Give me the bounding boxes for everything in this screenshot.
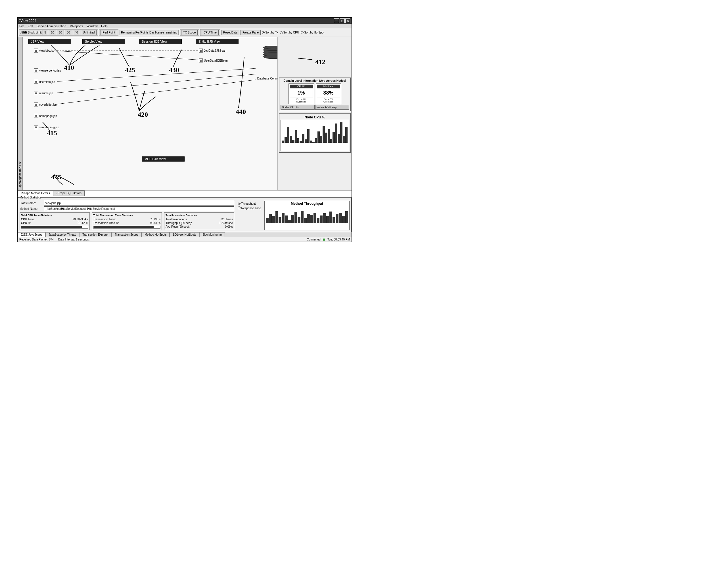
cpu-pct-label: CPU %: [21,222,31,225]
jsp-node-usersinfo[interactable]: ▦usersinfo.jsp [34,80,55,84]
node-cpu-chart [280,120,349,151]
jsp-node-serverconfig[interactable]: ▦serverconfig.jsp [34,125,59,129]
footer-tab-tx-explorer[interactable]: Transaction Explorer [79,232,111,237]
stock-limit-group: J2EE Stock Limit 5 10 20 30 40 Unlimited [19,29,98,36]
application-window: JView 2004 — □ ✕ File Edit Server Admini… [17,17,352,242]
heap-gauge-overhead: Overhead [317,101,340,103]
sort-by-tx-radio[interactable]: Sort by Tx [262,31,278,34]
cpu-time-stats-group: Total CPU Time Statistics CPU Time:20.38… [20,212,90,230]
ejb-node-userdata[interactable]: ▦UserDataEJBBean [199,59,228,62]
nodes-cpu-tab[interactable]: Nodes CPU % [280,105,315,110]
cputime-button[interactable]: CPU Time [202,30,219,35]
node-cpu-chart-panel: Node CPU % [279,113,351,153]
jsp-node-homepage[interactable]: ▦homepage.jsp [34,114,57,118]
mdb-ejb-view-header: MDB EJB View [142,156,185,162]
perf-point-button[interactable]: Perf Point [101,30,117,35]
cpu-progress-bar [21,226,88,229]
reset-data-button[interactable]: Reset Data [221,30,239,35]
jsp-node-resume[interactable]: ▦resume.jsp [34,91,53,95]
ejb-icon: ▦ [199,48,203,52]
heap-gauge-label: JVM Heap [317,85,340,88]
jsp-icon: ▦ [34,103,38,106]
maximize-button[interactable]: □ [340,18,345,23]
topology-canvas[interactable]: JSP View Servlet View Session EJB View E… [22,37,278,190]
database-icon [263,46,278,57]
footer-tab-sla-monitoring[interactable]: SLA Monitoring [199,232,225,237]
limit-20[interactable]: 20 [57,30,64,35]
cpu-gauge-err: Err. < 0% [290,98,313,101]
toolbar: J2EE Stock Limit 5 10 20 30 40 Unlimited… [18,28,352,37]
domain-info-panel: Domain Level Information (Avg Across Nod… [279,78,351,111]
response-time-radio[interactable]: Response Time [238,206,261,210]
jsp-icon: ▦ [34,48,38,52]
jsp-icon: ▦ [34,68,38,72]
freeze-pane-button[interactable]: Freeze Pane [240,30,261,35]
footer-tab-tx-scope[interactable]: Transaction Scope [111,232,142,237]
jsp-node-viewserverlog[interactable]: ▦viewserverlog.jsp [34,68,61,72]
ejb-node-jobdata[interactable]: ▦JobDataEJBBean [199,48,226,52]
minimize-button[interactable]: — [334,18,339,23]
inv-stats-title: Total Invocation Statistics [166,214,233,217]
txscope-button[interactable]: TX Scope [181,30,198,35]
class-name-field[interactable]: viewjobs.jsp [44,201,234,206]
menu-file[interactable]: File [19,24,24,28]
status-time: Tue, 08:03:45 PM [328,238,350,241]
svg-line-2 [57,68,256,82]
inv-total-value: 623 times [220,218,233,221]
tx-stats-title: Total Transaction Time Statistics [93,214,161,217]
class-name-label: Class Name: [20,202,42,205]
entity-ejb-view-header: Entity EJB View [196,39,238,44]
sql-details-tab[interactable]: JScape SQL Details [53,190,85,196]
database-label: Database Connections [257,77,278,80]
throughput-radio[interactable]: Throughput [238,202,261,205]
method-details-tab[interactable]: JScape Method Details [18,190,53,196]
jsp-icon: ▦ [34,80,38,84]
footer-tab-sqlyzer-hotspots[interactable]: SQLyzer HotSpots [170,232,199,237]
limit-10[interactable]: 10 [49,30,56,35]
status-packet-info: Received Data Packet: 874 --- Data Inter… [19,238,89,241]
tx-time-label: Transaction Time: [93,218,116,221]
cpu-gauge: CPU% 1% Err. < 0% Overhead [289,83,314,104]
menu-help[interactable]: Help [101,24,108,28]
window-controls: — □ ✕ [334,18,351,23]
method-statistics-legend: Method Statistics [20,196,41,199]
txscope-group: TX Scope [180,29,199,36]
limit-unlimited[interactable]: Unlimited [81,30,97,35]
status-connected-label: Connected [307,238,321,241]
sort-radio-group: Sort by Tx Sort by CPU Sort by HotSpot [262,31,324,34]
sort-by-hotspot-radio[interactable]: Sort by HotSpot [301,31,324,34]
statusbar: Received Data Packet: 874 --- Data Inter… [18,237,352,241]
cpu-pct-value: 91.12 % [78,222,88,225]
connection-indicator-icon [323,238,325,241]
menu-server-admin[interactable]: Server Administration [37,24,66,28]
node-cpu-chart-title: Node CPU % [280,115,349,120]
footer-tab-method-hotspots[interactable]: Method HotSpots [142,232,170,237]
limit-5[interactable]: 5 [43,30,48,35]
menu-window[interactable]: Window [87,24,98,28]
method-name-field[interactable]: _jspService(HttpServletRequest, HttpServ… [44,206,234,211]
jsp-icon: ▦ [34,91,38,95]
right-panel: Domain Level Information (Avg Across Nod… [278,37,352,190]
limit-30[interactable]: 30 [65,30,72,35]
tx-progress-bar [93,226,161,229]
heap-gauge: JVM Heap 38% Err. < 0% Overhead [316,83,341,104]
nodes-heap-tab[interactable]: Nodes JVM Heap [315,105,349,110]
session-ejb-view-header: Session EJB View [139,39,182,44]
close-button[interactable]: ✕ [345,18,351,23]
menu-reports[interactable]: MReports [69,24,83,28]
sort-by-cpu-radio[interactable]: Sort by CPU [280,31,299,34]
footer-tab-javascape-thread[interactable]: JavaScape by Thread [45,232,79,237]
open-agent-tree-tab[interactable]: Open Agent Tree List [18,37,22,190]
jsp-view-header: JSP View [28,39,71,44]
inv-thr-value: 1.23 tx/sec [219,222,233,225]
svg-line-4 [57,80,256,104]
menu-edit[interactable]: Edit [28,24,33,28]
jsp-node-coverletter[interactable]: ▦coverletter.jsp [34,103,57,106]
limit-40[interactable]: 40 [73,30,80,35]
method-statistics-fieldset: Method Statistics Class Name: viewjobs.j… [18,196,352,232]
footer-tab-j2ee-javascape[interactable]: J2EE JavaScape [18,232,45,237]
footer-tabs: J2EE JavaScape JavaScape by Thread Trans… [18,232,352,237]
jsp-node-viewjobs[interactable]: ▦viewjobs.jsp [34,48,55,52]
domain-info-title: Domain Level Information (Avg Across Nod… [280,79,349,82]
remaining-perf-value: Day license remaining [149,31,177,34]
